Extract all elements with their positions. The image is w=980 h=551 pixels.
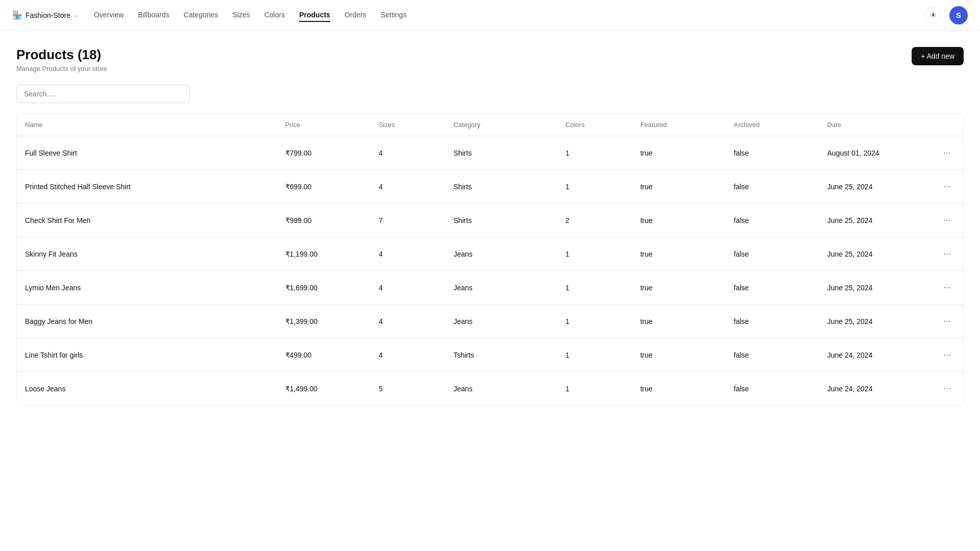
nav-links: OverviewBillboardsCategoriesSizesColorsP…	[94, 9, 406, 22]
cell-actions: ···	[931, 170, 963, 204]
table-row: Skinny Fit Jeans₹1,199.004Jeans1truefals…	[17, 237, 963, 271]
table-row: Check Shirt For Men₹999.007Shirts2truefa…	[17, 204, 963, 237]
row-actions-button[interactable]: ···	[939, 280, 955, 295]
cell-featured: true	[632, 237, 725, 271]
cell-category: Tshirts	[445, 338, 557, 372]
nav-link-colors[interactable]: Colors	[264, 9, 285, 22]
cell-price: ₹1,199.00	[277, 237, 371, 271]
cell-actions: ···	[931, 136, 963, 170]
cell-actions: ···	[931, 237, 963, 271]
cell-name: Line Tshirt for girls	[17, 338, 277, 372]
cell-sizes: 7	[371, 204, 445, 237]
table-body: Full Sleeve Shirt₹799.004Shirts1truefals…	[17, 136, 963, 406]
cell-colors: 1	[557, 305, 632, 338]
col-header-actions	[931, 114, 963, 136]
cell-archived: false	[726, 372, 819, 406]
row-actions-button[interactable]: ···	[939, 314, 955, 329]
cell-date: June 25, 2024	[819, 271, 931, 305]
cell-name: Skinny Fit Jeans	[17, 237, 277, 271]
cell-date: June 24, 2024	[819, 338, 931, 372]
add-new-button[interactable]: + Add new	[912, 47, 964, 65]
cell-actions: ···	[931, 338, 963, 372]
col-header-name: Name	[17, 114, 277, 136]
col-header-colors: Colors	[557, 114, 632, 136]
nav-right: ☀ S	[925, 6, 968, 24]
cell-colors: 1	[557, 237, 632, 271]
nav-link-settings[interactable]: Settings	[381, 9, 407, 22]
nav-link-sizes[interactable]: Sizes	[232, 9, 250, 22]
table-row: Baggy Jeans for Men₹1,399.004Jeans1truef…	[17, 305, 963, 338]
cell-featured: true	[632, 271, 725, 305]
cell-category: Jeans	[445, 305, 557, 338]
cell-featured: true	[632, 372, 725, 406]
cell-date: June 25, 2024	[819, 204, 931, 237]
products-table: NamePriceSizesCategoryColorsFeaturedArch…	[17, 114, 963, 405]
cell-category: Shirts	[445, 204, 557, 237]
search-wrap	[16, 85, 964, 103]
cell-date: June 25, 2024	[819, 237, 931, 271]
cell-actions: ···	[931, 204, 963, 237]
cell-colors: 1	[557, 338, 632, 372]
cell-name: Lymio Men Jeans	[17, 271, 277, 305]
col-header-price: Price	[277, 114, 371, 136]
cell-price: ₹699.00	[277, 170, 371, 204]
table-header: NamePriceSizesCategoryColorsFeaturedArch…	[17, 114, 963, 136]
cell-price: ₹1,499.00	[277, 372, 371, 406]
cell-sizes: 4	[371, 170, 445, 204]
cell-category: Jeans	[445, 237, 557, 271]
avatar[interactable]: S	[949, 6, 968, 24]
cell-price: ₹1,399.00	[277, 305, 371, 338]
cell-colors: 2	[557, 204, 632, 237]
col-header-category: Category	[445, 114, 557, 136]
nav-link-products[interactable]: Products	[299, 9, 330, 22]
cell-date: August 01, 2024	[819, 136, 931, 170]
cell-name: Full Sleeve Shirt	[17, 136, 277, 170]
products-table-wrap: NamePriceSizesCategoryColorsFeaturedArch…	[16, 113, 964, 406]
cell-sizes: 4	[371, 305, 445, 338]
cell-sizes: 4	[371, 237, 445, 271]
row-actions-button[interactable]: ···	[939, 179, 955, 194]
cell-category: Shirts	[445, 170, 557, 204]
cell-featured: true	[632, 136, 725, 170]
row-actions-button[interactable]: ···	[939, 145, 955, 160]
cell-colors: 1	[557, 271, 632, 305]
table-row: Loose Jeans₹1,499.005Jeans1truefalseJune…	[17, 372, 963, 406]
page-subtitle: Manage Products of your store	[16, 65, 107, 72]
nav-link-billboards[interactable]: Billboards	[138, 9, 169, 22]
chevron-icon: ⌄	[74, 12, 78, 18]
cell-name: Loose Jeans	[17, 372, 277, 406]
cell-colors: 1	[557, 372, 632, 406]
nav-link-orders[interactable]: Orders	[345, 9, 366, 22]
row-actions-button[interactable]: ···	[939, 347, 955, 362]
page-title: Products (18)	[16, 47, 107, 63]
table-row: Printed Stitched Half Sleeve Shirt₹699.0…	[17, 170, 963, 204]
cell-archived: false	[726, 237, 819, 271]
table-row: Line Tshirt for girls₹499.004Tshirts1tru…	[17, 338, 963, 372]
row-actions-button[interactable]: ···	[939, 213, 955, 228]
cell-colors: 1	[557, 170, 632, 204]
cell-archived: false	[726, 338, 819, 372]
cell-date: June 25, 2024	[819, 170, 931, 204]
cell-featured: true	[632, 204, 725, 237]
search-input[interactable]	[16, 85, 190, 103]
page-header-text: Products (18) Manage Products of your st…	[16, 47, 107, 72]
nav-link-categories[interactable]: Categories	[184, 9, 218, 22]
row-actions-button[interactable]: ···	[939, 246, 955, 261]
nav-left: 🏪 Fashion-Store ⌄ OverviewBillboardsCate…	[12, 9, 406, 22]
cell-sizes: 4	[371, 271, 445, 305]
cell-name: Printed Stitched Half Sleeve Shirt	[17, 170, 277, 204]
store-selector[interactable]: 🏪 Fashion-Store ⌄	[12, 10, 78, 20]
store-icon: 🏪	[12, 10, 22, 20]
navbar: 🏪 Fashion-Store ⌄ OverviewBillboardsCate…	[0, 0, 980, 31]
row-actions-button[interactable]: ···	[939, 381, 955, 396]
cell-price: ₹499.00	[277, 338, 371, 372]
cell-archived: false	[726, 271, 819, 305]
col-header-sizes: Sizes	[371, 114, 445, 136]
theme-toggle-button[interactable]: ☀	[925, 7, 941, 23]
cell-category: Jeans	[445, 271, 557, 305]
cell-featured: true	[632, 170, 725, 204]
nav-link-overview[interactable]: Overview	[94, 9, 124, 22]
cell-sizes: 5	[371, 372, 445, 406]
cell-category: Shirts	[445, 136, 557, 170]
col-header-archived: Archived	[726, 114, 819, 136]
